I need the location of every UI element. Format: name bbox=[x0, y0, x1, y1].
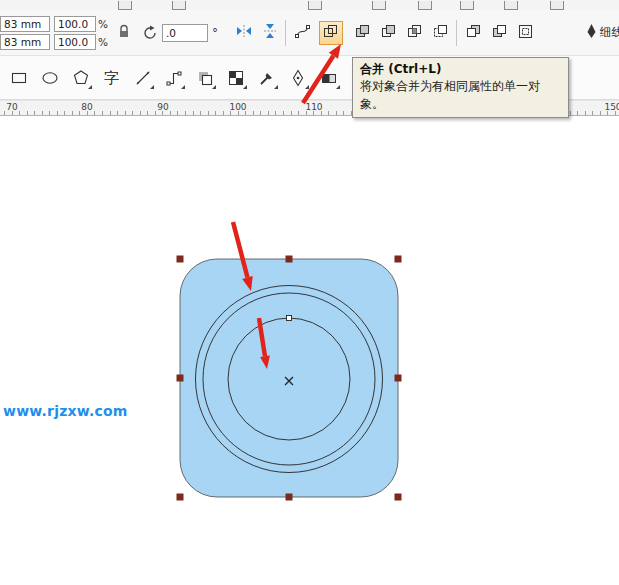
combine-icon bbox=[323, 24, 338, 42]
text-tool-glyph: 字 bbox=[104, 70, 119, 85]
intersect-icon bbox=[407, 24, 422, 42]
eyedropper-tool[interactable] bbox=[254, 65, 279, 90]
coreldraw-window: % % ° bbox=[0, 0, 619, 585]
simplify-button[interactable] bbox=[429, 21, 453, 45]
flyout-arrow-icon bbox=[88, 85, 92, 89]
ruler-tick-label: 150 bbox=[604, 102, 619, 112]
flyout-arrow-icon bbox=[274, 85, 278, 89]
clipped-toolbar-icon bbox=[372, 1, 386, 10]
convert-to-curves-icon bbox=[295, 24, 310, 42]
lock-icon bbox=[118, 24, 130, 41]
watermark: www.rjzxw.com bbox=[3, 403, 128, 419]
drawing-canvas[interactable]: www.rjzxw.com bbox=[0, 116, 619, 585]
selection-handle[interactable] bbox=[177, 256, 184, 263]
ruler-tick-label: 90 bbox=[157, 102, 168, 112]
lock-ratio-button[interactable] bbox=[112, 21, 136, 45]
trim-button[interactable] bbox=[377, 21, 401, 45]
rotation-angle-input[interactable] bbox=[162, 24, 208, 42]
percent-label: % bbox=[98, 36, 108, 48]
clipped-toolbar-icon bbox=[504, 1, 518, 10]
create-boundary-icon bbox=[518, 24, 533, 42]
front-minus-back-button[interactable] bbox=[462, 21, 486, 45]
separator bbox=[456, 20, 457, 46]
selection-handle[interactable] bbox=[177, 375, 184, 382]
rotation-icon bbox=[140, 21, 160, 45]
outline-pen-icon bbox=[586, 23, 597, 42]
clipped-toolbar-icon bbox=[308, 1, 322, 10]
percent-label: % bbox=[98, 18, 108, 30]
weld-button[interactable] bbox=[351, 21, 375, 45]
separator bbox=[285, 20, 286, 46]
tooltip-title: 合并 (Ctrl+L) bbox=[360, 61, 561, 78]
degree-label: ° bbox=[212, 26, 218, 40]
tooltip-description: 将对象合并为有相同属性的单一对象。 bbox=[360, 78, 561, 113]
create-boundary-button[interactable] bbox=[514, 21, 538, 45]
flyout-arrow-icon bbox=[212, 85, 216, 89]
intersect-button[interactable] bbox=[403, 21, 427, 45]
scale-width-input[interactable] bbox=[54, 16, 96, 32]
ruler-tick-label: 80 bbox=[81, 102, 92, 112]
rounded-square-object[interactable] bbox=[180, 259, 398, 497]
object-scale-fields: % % bbox=[54, 16, 108, 50]
convert-to-curves-button[interactable] bbox=[291, 21, 315, 45]
connector-tool[interactable] bbox=[161, 65, 186, 90]
flyout-arrow-icon bbox=[305, 85, 309, 89]
selection-handle[interactable] bbox=[286, 256, 293, 263]
curve-node-marker[interactable] bbox=[287, 316, 292, 321]
scale-height-input[interactable] bbox=[54, 34, 96, 50]
selection-handle[interactable] bbox=[395, 375, 402, 382]
ruler-tick-label: 70 bbox=[6, 102, 17, 112]
text-tool[interactable]: 字 bbox=[99, 65, 124, 90]
polygon-tool[interactable] bbox=[68, 65, 93, 90]
selection-handle[interactable] bbox=[286, 494, 293, 501]
property-bar: % % ° bbox=[0, 10, 619, 56]
ruler-tick-label: 110 bbox=[305, 102, 322, 112]
clipped-standard-toolbar bbox=[0, 0, 619, 10]
weld-icon bbox=[355, 24, 370, 42]
tooltip: 合并 (Ctrl+L) 将对象合并为有相同属性的单一对象。 bbox=[352, 57, 569, 118]
mirror-horizontal-icon bbox=[236, 24, 252, 41]
clipped-toolbar-icon bbox=[418, 1, 432, 10]
combine-button[interactable] bbox=[319, 21, 343, 45]
clipped-toolbar-icon bbox=[550, 1, 564, 10]
ruler-tick-label: 100 bbox=[229, 102, 246, 112]
clipped-toolbar-icon bbox=[118, 1, 132, 10]
outline-width-value: 细线 bbox=[600, 25, 619, 40]
flyout-arrow-icon bbox=[243, 85, 247, 89]
object-height-input[interactable] bbox=[0, 34, 50, 50]
clipped-toolbar-icon bbox=[460, 1, 474, 10]
trim-icon bbox=[381, 24, 396, 42]
flyout-arrow-icon bbox=[150, 85, 154, 89]
flyout-arrow-icon bbox=[181, 85, 185, 89]
simplify-icon bbox=[433, 24, 448, 42]
back-minus-front-icon bbox=[492, 24, 507, 42]
pattern-fill-tool[interactable] bbox=[223, 65, 248, 90]
object-size-fields bbox=[0, 16, 50, 50]
selection-handle[interactable] bbox=[395, 494, 402, 501]
mirror-vertical-button[interactable] bbox=[258, 21, 282, 45]
ellipse-tool[interactable] bbox=[37, 65, 62, 90]
front-minus-back-icon bbox=[466, 24, 481, 42]
outline-pen-tool[interactable] bbox=[285, 65, 310, 90]
drop-shadow-tool[interactable] bbox=[192, 65, 217, 90]
mirror-horizontal-button[interactable] bbox=[232, 21, 256, 45]
interactive-fill-tool[interactable] bbox=[316, 65, 341, 90]
flyout-arrow-icon bbox=[336, 85, 340, 89]
rectangle-tool[interactable] bbox=[6, 65, 31, 90]
selection-handle[interactable] bbox=[395, 256, 402, 263]
object-width-input[interactable] bbox=[0, 16, 50, 32]
back-minus-front-button[interactable] bbox=[488, 21, 512, 45]
selection-handle[interactable] bbox=[177, 494, 184, 501]
outline-width-control[interactable]: 细线 bbox=[586, 23, 619, 42]
canvas-artwork bbox=[0, 116, 619, 585]
dimension-tool[interactable] bbox=[130, 65, 155, 90]
clipped-toolbar-icon bbox=[172, 1, 186, 10]
mirror-vertical-icon bbox=[263, 23, 277, 42]
